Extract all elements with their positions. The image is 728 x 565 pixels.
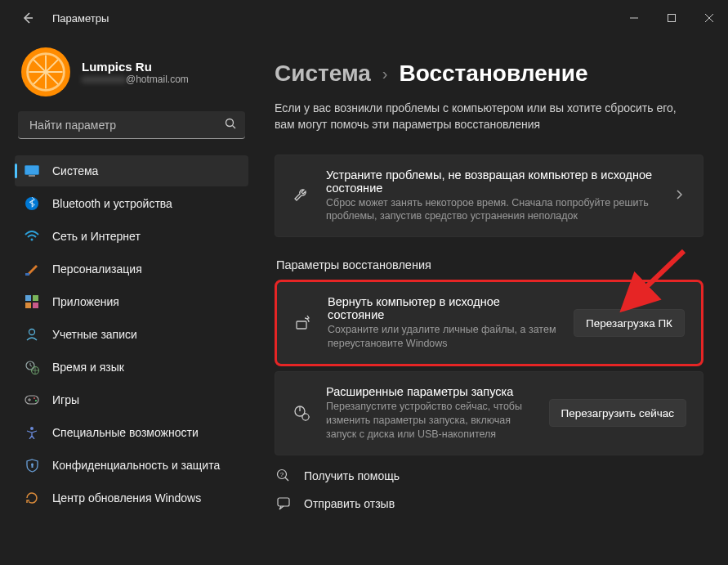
gamepad-icon xyxy=(25,392,39,407)
card-desc: Сброс может занять некоторое время. Снач… xyxy=(326,196,659,224)
nav-label: Центр обновления Windows xyxy=(52,491,201,504)
avatar xyxy=(21,47,70,96)
svg-line-9 xyxy=(233,125,236,128)
content-area: Система › Восстановление Если у вас возн… xyxy=(255,36,728,565)
app-title: Параметры xyxy=(52,12,109,25)
svg-point-23 xyxy=(33,397,35,399)
search-input[interactable] xyxy=(29,119,225,132)
sidebar: Lumpics Ru xxxxxxxxx@hotmail.com Система… xyxy=(0,36,255,565)
nav-item-accessibility[interactable]: Специальные возможности xyxy=(15,417,248,448)
svg-rect-22 xyxy=(25,396,38,404)
svg-rect-27 xyxy=(31,465,33,468)
maximize-button[interactable] xyxy=(653,5,690,31)
card-desc: Перезапустите устройство сейчас, чтобы и… xyxy=(326,400,534,442)
svg-rect-10 xyxy=(25,166,39,175)
restart-now-button[interactable]: Перезагрузить сейчас xyxy=(549,399,686,427)
intro-text: Если у вас возникли проблемы с компьютер… xyxy=(275,100,691,133)
brush-icon xyxy=(25,262,39,276)
minimize-button[interactable] xyxy=(615,5,653,31)
shield-icon xyxy=(25,458,39,473)
svg-rect-16 xyxy=(33,295,38,301)
nav-label: Время и язык xyxy=(52,361,124,374)
card-title: Расширенные параметры запуска xyxy=(326,385,534,398)
svg-point-31 xyxy=(302,414,309,420)
nav-label: Персонализация xyxy=(52,262,142,276)
nav-item-network[interactable]: Сеть и Интернет xyxy=(15,221,248,252)
nav-item-bluetooth[interactable]: Bluetooth и устройства xyxy=(15,188,248,219)
advanced-startup-card: Расширенные параметры запуска Перезапуст… xyxy=(275,371,703,455)
nav-list: Система Bluetooth и устройства Сеть и Ин… xyxy=(15,155,248,513)
svg-rect-17 xyxy=(25,303,31,308)
nav-item-personalization[interactable]: Персонализация xyxy=(15,253,248,285)
feedback-icon xyxy=(276,496,293,511)
power-gear-icon xyxy=(292,404,311,422)
reset-pc-card: Вернуть компьютер в исходное состояние С… xyxy=(275,280,703,366)
chevron-right-icon xyxy=(673,189,686,202)
nav-label: Bluetooth и устройства xyxy=(52,197,172,210)
link-label: Отправить отзыв xyxy=(304,497,395,510)
close-button[interactable] xyxy=(690,5,728,31)
svg-point-24 xyxy=(35,400,37,401)
person-icon xyxy=(25,327,39,342)
nav-label: Система xyxy=(52,164,98,177)
chevron-right-icon: › xyxy=(382,65,388,83)
get-help-link[interactable]: ? Получить помощь xyxy=(276,469,703,483)
nav-label: Учетные записи xyxy=(52,328,137,341)
nav-label: Конфиденциальность и защита xyxy=(52,459,220,472)
search-box[interactable] xyxy=(18,111,245,139)
svg-rect-28 xyxy=(297,321,306,329)
breadcrumb-current: Восстановление xyxy=(400,61,588,87)
nav-item-gaming[interactable]: Игры xyxy=(15,384,248,415)
svg-point-8 xyxy=(226,119,234,126)
svg-line-34 xyxy=(285,478,288,481)
svg-point-13 xyxy=(31,239,33,241)
breadcrumb: Система › Восстановление xyxy=(275,61,703,87)
apps-icon xyxy=(25,294,39,309)
svg-rect-15 xyxy=(25,295,31,301)
svg-rect-14 xyxy=(25,273,29,276)
profile-name: Lumpics Ru xyxy=(82,60,189,74)
svg-rect-1 xyxy=(668,15,676,22)
svg-point-19 xyxy=(29,330,35,335)
wrench-icon xyxy=(292,186,311,204)
section-label: Параметры восстановления xyxy=(276,258,703,271)
reset-pc-button[interactable]: Перезагрузка ПК xyxy=(574,309,685,337)
card-title: Устраните проблемы, не возвращая компьют… xyxy=(326,168,659,195)
svg-rect-11 xyxy=(29,175,35,177)
clock-globe-icon xyxy=(25,360,39,374)
titlebar: Параметры xyxy=(0,0,728,36)
breadcrumb-parent[interactable]: Система xyxy=(275,61,371,87)
svg-point-25 xyxy=(30,427,33,430)
link-label: Получить помощь xyxy=(304,469,400,482)
window-controls xyxy=(615,5,728,31)
nav-label: Игры xyxy=(52,393,79,406)
search-icon xyxy=(225,118,237,132)
svg-text:?: ? xyxy=(280,471,284,478)
svg-rect-35 xyxy=(278,498,289,506)
profile-block[interactable]: Lumpics Ru xxxxxxxxx@hotmail.com xyxy=(15,47,248,96)
bluetooth-icon xyxy=(25,196,39,211)
nav-item-system[interactable]: Система xyxy=(15,155,248,186)
system-icon xyxy=(25,164,39,178)
update-icon xyxy=(25,491,39,505)
back-button[interactable] xyxy=(13,3,42,33)
card-desc: Сохраните или удалите личные файлы, а за… xyxy=(328,323,559,351)
nav-label: Приложения xyxy=(52,295,119,308)
troubleshoot-card[interactable]: Устраните проблемы, не возвращая компьют… xyxy=(275,155,703,238)
nav-label: Специальные возможности xyxy=(52,426,199,439)
nav-item-apps[interactable]: Приложения xyxy=(15,286,248,317)
reset-icon xyxy=(293,314,313,332)
nav-item-privacy[interactable]: Конфиденциальность и защита xyxy=(15,450,248,481)
accessibility-icon xyxy=(25,425,39,440)
wifi-icon xyxy=(25,229,39,244)
svg-rect-18 xyxy=(33,303,38,308)
profile-email: xxxxxxxxx@hotmail.com xyxy=(82,74,189,85)
feedback-link[interactable]: Отправить отзыв xyxy=(276,496,703,511)
nav-label: Сеть и Интернет xyxy=(52,230,141,243)
nav-item-accounts[interactable]: Учетные записи xyxy=(15,319,248,350)
card-title: Вернуть компьютер в исходное состояние xyxy=(328,295,559,321)
help-icon: ? xyxy=(276,469,293,483)
nav-item-time-language[interactable]: Время и язык xyxy=(15,352,248,383)
nav-item-windows-update[interactable]: Центр обновления Windows xyxy=(15,482,248,513)
